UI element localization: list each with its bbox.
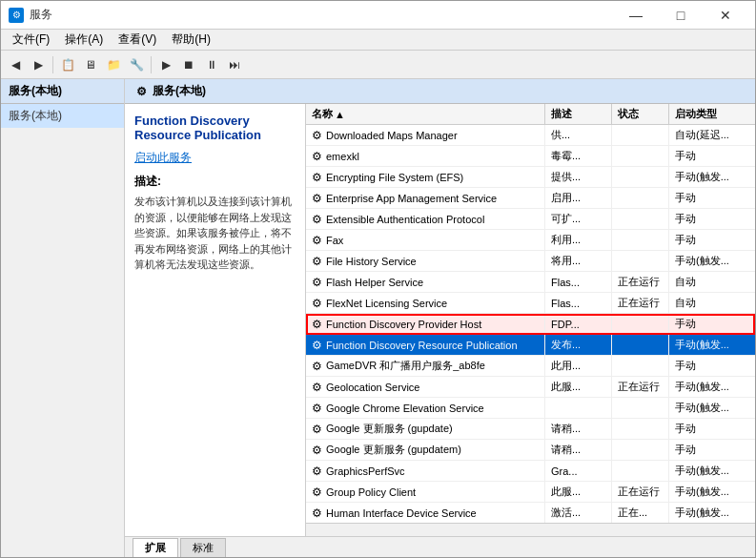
service-status bbox=[612, 335, 669, 355]
horizontal-scrollbar[interactable] bbox=[306, 523, 755, 536]
list-item[interactable]: ⚙File History Service将用...手动(触发... bbox=[306, 251, 755, 272]
service-desc: 提供... bbox=[545, 167, 612, 187]
detail-panel: Function Discovery Resource Publication … bbox=[125, 104, 306, 536]
toolbar-sep-2 bbox=[151, 56, 152, 73]
service-name: ⚙Function Discovery Resource Publication bbox=[306, 335, 545, 355]
service-desc: 此服... bbox=[545, 377, 612, 397]
toolbar-btn-2[interactable]: 🖥 bbox=[80, 54, 101, 75]
service-startup: 自动(延迟... bbox=[669, 125, 755, 145]
service-status bbox=[612, 419, 669, 439]
menu-view[interactable]: 查看(V) bbox=[111, 30, 164, 50]
col-startup[interactable]: 启动类型 bbox=[669, 104, 755, 124]
service-name: ⚙Function Discovery Provider Host bbox=[306, 314, 545, 334]
service-name: ⚙Flash Helper Service bbox=[306, 272, 545, 292]
close-button[interactable]: ✕ bbox=[704, 1, 747, 30]
toolbar-back[interactable]: ◀ bbox=[5, 54, 26, 75]
main-area: 服务(本地) 服务(本地) ⚙ 服务(本地) Function Discover… bbox=[1, 79, 755, 557]
service-desc: 发布... bbox=[545, 335, 612, 355]
toolbar-btn-4[interactable]: 🔧 bbox=[126, 54, 147, 75]
service-name: ⚙Geolocation Service bbox=[306, 377, 545, 397]
toolbar-restart[interactable]: ⏭ bbox=[224, 54, 245, 75]
service-startup: 手动(触发... bbox=[669, 461, 755, 481]
service-desc: FDP... bbox=[545, 314, 612, 334]
main-window: ⚙ 服务 — □ ✕ 文件(F) 操作(A) 查看(V) 帮助(H) ◀ ▶ 📋… bbox=[0, 0, 756, 558]
service-status bbox=[612, 398, 669, 418]
app-icon: ⚙ bbox=[9, 8, 24, 23]
desc-label: 描述: bbox=[134, 174, 296, 190]
list-item[interactable]: ⚙Human Interface Device Service激活...正在..… bbox=[306, 503, 755, 523]
service-status bbox=[612, 251, 669, 271]
list-item[interactable]: ⚙GraphicsPerfSvcGra...手动(触发... bbox=[306, 461, 755, 482]
toolbar-stop[interactable]: ⏹ bbox=[178, 54, 199, 75]
sidebar-item-local-services[interactable]: 服务(本地) bbox=[1, 104, 124, 128]
list-item[interactable]: ⚙Google 更新服务 (gupdate)请稍...手动 bbox=[306, 419, 755, 440]
service-startup: 手动 bbox=[669, 230, 755, 250]
toolbar-btn-1[interactable]: 📋 bbox=[57, 54, 78, 75]
list-item[interactable]: ⚙Flash Helper ServiceFlas...正在运行自动 bbox=[306, 272, 755, 293]
service-startup: 自动 bbox=[669, 272, 755, 292]
maximize-button[interactable]: □ bbox=[659, 1, 703, 30]
toolbar-forward[interactable]: ▶ bbox=[28, 54, 49, 75]
col-desc[interactable]: 描述 bbox=[545, 104, 612, 124]
list-item[interactable]: ⚙Encrypting File System (EFS)提供...手动(触发.… bbox=[306, 167, 755, 188]
service-startup: 手动 bbox=[669, 146, 755, 166]
service-startup: 手动(触发... bbox=[669, 251, 755, 271]
service-name: ⚙Group Policy Client bbox=[306, 482, 545, 502]
list-item[interactable]: ⚙Function Discovery Provider HostFDP...手… bbox=[306, 314, 755, 335]
menu-action[interactable]: 操作(A) bbox=[57, 30, 111, 50]
content-header: ⚙ 服务(本地) bbox=[125, 79, 755, 104]
service-status: 正在运行 bbox=[612, 482, 669, 502]
sort-icon: ▲ bbox=[335, 109, 345, 120]
list-item[interactable]: ⚙Google 更新服务 (gupdatem)请稍...手动 bbox=[306, 440, 755, 461]
title-controls: — □ ✕ bbox=[614, 1, 747, 30]
service-startup: 自动 bbox=[669, 293, 755, 313]
col-name[interactable]: 名称 ▲ bbox=[306, 104, 545, 124]
tabs-bar: 扩展 标准 bbox=[125, 536, 755, 557]
list-item[interactable]: ⚙Enterprise App Management Service启用...手… bbox=[306, 188, 755, 209]
toolbar-btn-3[interactable]: 📁 bbox=[103, 54, 124, 75]
minimize-button[interactable]: — bbox=[614, 1, 658, 30]
service-desc: 此服... bbox=[545, 482, 612, 502]
service-status bbox=[612, 356, 669, 376]
service-desc: Flas... bbox=[545, 293, 612, 313]
list-item[interactable]: ⚙Downloaded Maps Manager供...自动(延迟... bbox=[306, 125, 755, 146]
service-desc: 供... bbox=[545, 125, 612, 145]
service-startup: 手动(触发... bbox=[669, 398, 755, 418]
service-desc: 可扩... bbox=[545, 209, 612, 229]
list-item[interactable]: ⚙Extensible Authentication Protocol可扩...… bbox=[306, 209, 755, 230]
tab-standard[interactable]: 标准 bbox=[180, 538, 226, 557]
service-startup: 手动 bbox=[669, 440, 755, 460]
toolbar-sep-1 bbox=[52, 56, 53, 73]
service-name: ⚙emexkl bbox=[306, 146, 545, 166]
start-service-link[interactable]: 启动此服务 bbox=[134, 150, 296, 166]
list-item[interactable]: ⚙Geolocation Service此服...正在运行手动(触发... bbox=[306, 377, 755, 398]
list-item[interactable]: ⚙Google Chrome Elevation Service手动(触发... bbox=[306, 398, 755, 419]
col-status[interactable]: 状态 bbox=[612, 104, 669, 124]
service-status: 正在运行 bbox=[612, 377, 669, 397]
toolbar-pause[interactable]: ⏸ bbox=[201, 54, 222, 75]
list-item[interactable]: ⚙GameDVR 和广播用户服务_ab8fe此用...手动 bbox=[306, 356, 755, 377]
split-pane: Function Discovery Resource Publication … bbox=[125, 104, 755, 536]
list-item[interactable]: ⚙Group Policy Client此服...正在运行手动(触发... bbox=[306, 482, 755, 503]
service-status bbox=[612, 209, 669, 229]
list-item[interactable]: ⚙Function Discovery Resource Publication… bbox=[306, 335, 755, 356]
tab-extend[interactable]: 扩展 bbox=[133, 538, 178, 557]
service-status bbox=[612, 440, 669, 460]
list-header: 名称 ▲ 描述 状态 启动类型 bbox=[306, 104, 755, 125]
service-status: 正在... bbox=[612, 503, 669, 523]
list-item[interactable]: ⚙emexkl毒霉...手动 bbox=[306, 146, 755, 167]
list-body: ⚙Downloaded Maps Manager供...自动(延迟...⚙eme… bbox=[306, 125, 755, 523]
toolbar-play[interactable]: ▶ bbox=[155, 54, 176, 75]
service-startup: 手动 bbox=[669, 314, 755, 334]
service-status bbox=[612, 230, 669, 250]
menu-file[interactable]: 文件(F) bbox=[5, 30, 57, 50]
service-desc: 请稍... bbox=[545, 440, 612, 460]
list-item[interactable]: ⚙Fax利用...手动 bbox=[306, 230, 755, 251]
service-startup: 手动(触发... bbox=[669, 167, 755, 187]
service-desc: 毒霉... bbox=[545, 146, 612, 166]
menu-help[interactable]: 帮助(H) bbox=[164, 30, 218, 50]
service-startup: 手动 bbox=[669, 209, 755, 229]
service-startup: 手动 bbox=[669, 356, 755, 376]
service-status: 正在运行 bbox=[612, 272, 669, 292]
list-item[interactable]: ⚙FlexNet Licensing ServiceFlas...正在运行自动 bbox=[306, 293, 755, 314]
